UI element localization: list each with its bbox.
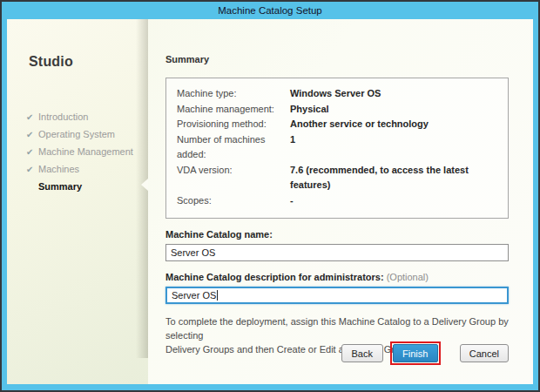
wizard-body: Studio ✔ Introduction ✔ Operating System…	[7, 19, 533, 384]
finish-button[interactable]: Finish	[393, 344, 438, 362]
step-label: Introduction	[38, 112, 88, 122]
summary-row-label: Number of machines added:	[177, 132, 290, 163]
catalog-description-input[interactable]: Server OS	[165, 287, 509, 304]
deployment-note-line1: To complete the deployment, assign this …	[165, 315, 509, 343]
cancel-button[interactable]: Cancel	[460, 344, 509, 362]
summary-row: VDA version: 7.6 (recommended, to access…	[177, 163, 499, 193]
step-label: Machine Management	[38, 146, 133, 157]
check-icon: ✔	[26, 112, 37, 122]
step-operating-system: ✔ Operating System	[26, 125, 148, 143]
window-title: Machine Catalog Setup	[218, 5, 322, 16]
step-machine-management: ✔ Machine Management	[26, 143, 148, 160]
summary-row: Number of machines added: 1	[177, 132, 499, 163]
summary-row-value: Physical	[290, 102, 329, 118]
red-highlight-annotation: Finish	[390, 341, 441, 365]
studio-logo: Studio	[29, 54, 148, 70]
step-label: Machines	[38, 164, 79, 174]
summary-row-value: Windows Server OS	[290, 86, 381, 102]
step-summary: Summary	[26, 178, 148, 195]
summary-row-value: 7.6 (recommended, to access the latest f…	[290, 163, 499, 193]
machine-catalog-setup-window: Machine Catalog Setup Studio ✔ Introduct…	[0, 0, 540, 392]
current-step-notch	[141, 179, 148, 191]
step-introduction: ✔ Introduction	[26, 108, 148, 125]
summary-row: Scopes: -	[177, 193, 499, 209]
page-title: Summary	[165, 54, 509, 64]
summary-box: Machine type: Windows Server OS Machine …	[165, 78, 509, 219]
wizard-footer: Back Finish Cancel	[341, 341, 509, 365]
summary-row-value: Another service or technology	[290, 117, 429, 132]
summary-row-label: Scopes:	[177, 193, 290, 209]
wizard-sidebar: Studio ✔ Introduction ✔ Operating System…	[7, 19, 148, 384]
catalog-name-input[interactable]: Server OS	[165, 244, 509, 261]
summary-panel: Summary Machine type: Windows Server OS …	[148, 19, 533, 384]
catalog-name-label: Machine Catalog name:	[165, 229, 509, 240]
summary-row-value: -	[290, 193, 294, 209]
summary-row-label: Provisioning method:	[177, 117, 290, 132]
step-label: Operating System	[38, 129, 115, 139]
check-icon: ✔	[26, 165, 37, 174]
optional-hint: (Optional)	[387, 272, 429, 282]
wizard-step-list: ✔ Introduction ✔ Operating System ✔ Mach…	[7, 108, 148, 195]
title-bar: Machine Catalog Setup	[2, 2, 538, 19]
summary-row-value: 1	[290, 132, 295, 163]
back-button[interactable]: Back	[341, 344, 383, 362]
check-icon: ✔	[26, 147, 37, 157]
text-caret	[217, 290, 218, 301]
step-machines: ✔ Machines	[26, 160, 148, 178]
summary-row-label: Machine management:	[177, 102, 290, 118]
summary-row: Machine management: Physical	[177, 102, 499, 118]
summary-row-label: Machine type:	[177, 86, 290, 102]
summary-row: Provisioning method: Another service or …	[177, 117, 499, 132]
catalog-description-label: Machine Catalog description for administ…	[165, 272, 509, 282]
catalog-description-value: Server OS	[172, 290, 216, 301]
summary-row: Machine type: Windows Server OS	[177, 86, 499, 102]
step-label: Summary	[38, 181, 82, 192]
summary-row-label: VDA version:	[177, 163, 290, 193]
check-icon: ✔	[26, 130, 37, 139]
catalog-name-value: Server OS	[171, 247, 215, 258]
